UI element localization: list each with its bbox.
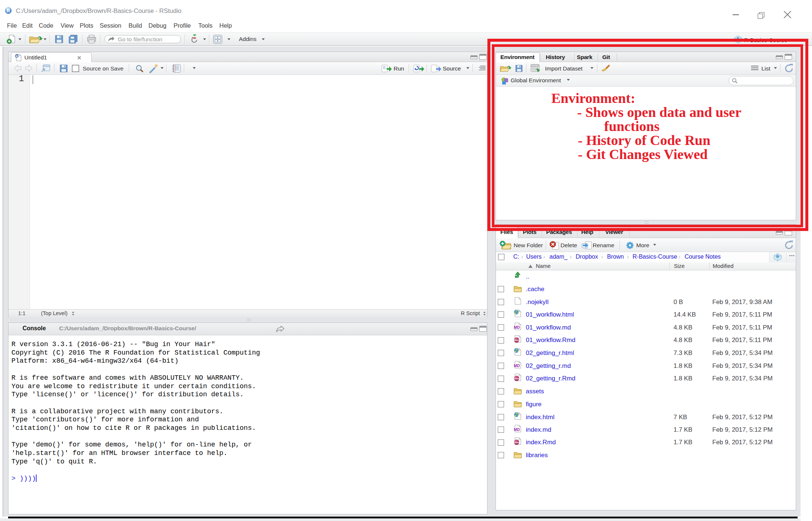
svg-text:R: R	[16, 55, 18, 58]
svg-text:R: R	[776, 254, 780, 258]
svg-text:R: R	[7, 8, 10, 13]
